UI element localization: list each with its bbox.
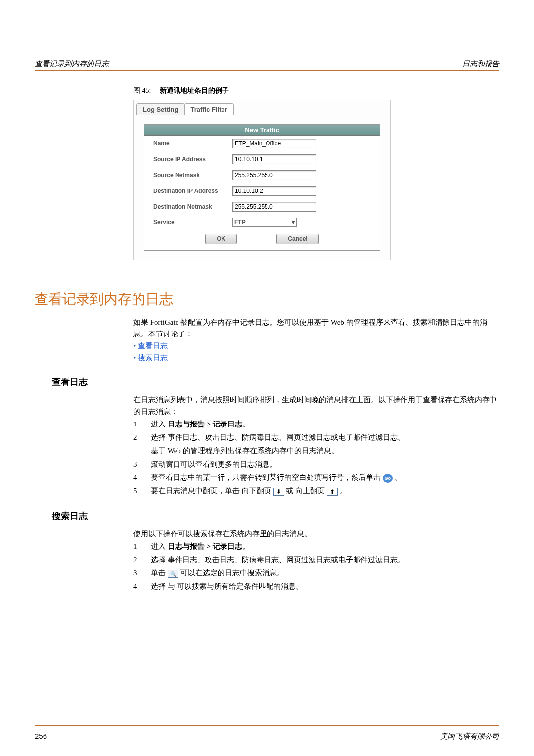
link-search-log[interactable]: 搜索日志	[138, 354, 168, 362]
panel-title: New Traffic	[144, 125, 380, 136]
dst-ip-input[interactable]	[232, 186, 316, 196]
s2-step-3: 3 单击 可以在选定的日志中搜索消息。	[134, 567, 499, 580]
page-number: 256	[35, 732, 47, 741]
figure-caption: 图 45: 新通讯地址条目的例子	[134, 86, 499, 95]
sub1-intro: 在日志消息列表中，消息按照时间顺序排列，生成时间晚的消息排在上面。以下操作用于查…	[134, 394, 499, 418]
section-title: 查看记录到内存的日志	[35, 290, 499, 309]
tab-log-setting[interactable]: Log Setting	[136, 103, 185, 115]
new-traffic-panel: New Traffic Name Source IP Address Sourc…	[144, 124, 380, 251]
sub2-title: 搜索日志	[52, 510, 499, 522]
breadcrumb-log-record: 日志与报告 > 记录日志	[168, 420, 242, 428]
figure-caption-text: 新通讯地址条目的例子	[160, 87, 229, 94]
dialog-tabs: Log Setting Traffic Filter	[134, 100, 390, 115]
new-traffic-dialog: Log Setting Traffic Filter New Traffic N…	[134, 100, 391, 260]
go-icon[interactable]: Go	[383, 474, 393, 483]
service-label: Service	[153, 219, 232, 226]
name-label: Name	[153, 140, 232, 147]
step-5: 5 要在日志消息中翻页，单击 向下翻页 ⬇ 或 向上翻页 ⬆ 。	[134, 484, 499, 498]
row-src-nm: Source Netmask	[144, 167, 380, 183]
sub1-steps: 1 进入 日志与报告 > 记录日志。 2 选择 事件日志、攻击日志、防病毒日志、…	[134, 418, 499, 498]
src-ip-label: Source IP Address	[153, 156, 232, 163]
section-intro: 如果 FortiGate 被配置为在内存中记录日志。您可以使用基于 Web 的管…	[134, 316, 499, 340]
service-value: FTP	[234, 219, 246, 226]
cancel-button[interactable]: Cancel	[276, 234, 318, 244]
link-view-log[interactable]: 查看日志	[138, 342, 168, 350]
s2-step-4: 4 选择 与 可以搜索与所有给定条件匹配的消息。	[134, 580, 499, 593]
src-nm-input[interactable]	[232, 170, 316, 180]
bullet-1: • 查看日志	[134, 340, 499, 352]
page-footer: 256 美国飞塔有限公司	[35, 732, 499, 741]
breadcrumb-log-record-2: 日志与报告 > 记录日志	[168, 542, 242, 550]
row-dst-ip: Destination IP Address	[144, 183, 380, 199]
row-name: Name	[144, 136, 380, 151]
sub2-steps: 1 进入 日志与报告 > 记录日志。 2 选择 事件日志、攻击日志、防病毒日志、…	[134, 540, 499, 593]
row-src-ip: Source IP Address	[144, 151, 380, 167]
dropdown-icon: ▾	[292, 219, 295, 226]
sub2-intro: 使用以下操作可以搜索保存在系统内存里的日志消息。	[134, 528, 499, 540]
src-ip-input[interactable]	[232, 154, 316, 164]
src-nm-label: Source Netmask	[153, 172, 232, 179]
row-service: Service FTP ▾	[144, 215, 380, 230]
row-dst-nm: Destination Netmask	[144, 199, 380, 215]
header-right: 日志和报告	[462, 59, 499, 69]
s2-step-1: 1 进入 日志与报告 > 记录日志。	[134, 540, 499, 553]
s2-step-2: 2 选择 事件日志、攻击日志、防病毒日志、网页过滤日志或电子邮件过滤日志。	[134, 553, 499, 567]
company-name: 美国飞塔有限公司	[440, 732, 499, 741]
footer-divider	[35, 725, 499, 726]
page-up-icon[interactable]: ⬆	[327, 488, 338, 496]
figure-label: 图 45:	[134, 87, 151, 94]
dialog-buttons: OK Cancel	[144, 230, 380, 250]
ok-button[interactable]: OK	[205, 234, 237, 244]
dst-nm-label: Destination Netmask	[153, 203, 232, 210]
page-header: 查看记录到内存的日志 日志和报告	[35, 59, 499, 71]
bullet-2: • 搜索日志	[134, 352, 499, 364]
step-3: 3 滚动窗口可以查看到更多的日志消息。	[134, 458, 499, 471]
tab-traffic-filter[interactable]: Traffic Filter	[184, 103, 234, 115]
dst-nm-input[interactable]	[232, 202, 316, 212]
name-input[interactable]	[232, 139, 316, 148]
header-left: 查看记录到内存的日志	[35, 59, 109, 69]
step-1: 1 进入 日志与报告 > 记录日志。	[134, 418, 499, 431]
step-2: 2 选择 事件日志、攻击日志、防病毒日志、网页过滤日志或电子邮件过滤日志。 基于…	[134, 431, 499, 458]
dst-ip-label: Destination IP Address	[153, 188, 232, 194]
sub1-title: 查看日志	[52, 376, 499, 388]
step-4: 4 要查看日志中的某一行，只需在转到某行的空白处填写行号，然后单击 Go 。	[134, 471, 499, 484]
service-select[interactable]: FTP ▾	[232, 218, 297, 227]
page-down-icon[interactable]: ⬇	[273, 488, 284, 496]
search-icon[interactable]	[168, 570, 178, 578]
